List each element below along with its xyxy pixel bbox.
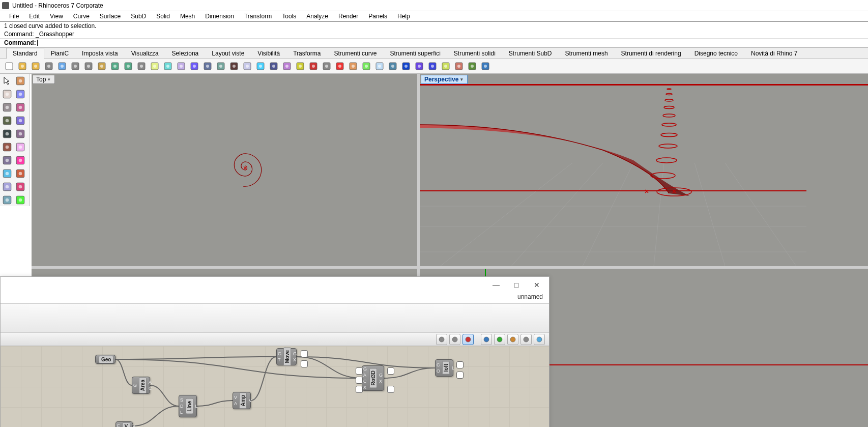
options-icon[interactable] [426,60,439,72]
boolean-tool-icon[interactable] [1,194,13,206]
lasso-tool-icon[interactable] [14,75,26,87]
set-view-icon[interactable] [228,60,240,72]
gh-node-move[interactable]: GTMoveGX [276,348,297,365]
undo-icon[interactable] [109,60,121,72]
gh-preview-shaded-button[interactable] [494,334,505,345]
zoom-window-icon[interactable] [162,60,174,72]
help-icon[interactable] [479,60,491,72]
gh-sketch-button[interactable] [436,334,447,345]
arc-tool-icon[interactable] [1,128,13,140]
toolbar-tab-15[interactable]: Novità di Rhino 7 [744,48,804,59]
zoom-dynamic-icon[interactable] [175,60,187,72]
viewport-top[interactable]: Top ▾ [32,74,417,266]
gh-port-bubble[interactable] [356,377,363,384]
shade-1-icon[interactable] [360,60,372,72]
rotate-view-icon[interactable] [215,60,227,72]
toolbar-tab-0[interactable]: Standard [6,48,44,59]
toolbar-tab-5[interactable]: Layout viste [205,48,251,59]
pointer-tool-icon[interactable] [1,75,13,87]
viewport-label-top[interactable]: Top ▾ [33,75,55,84]
gh-preview-off-button[interactable] [462,334,474,345]
toolbar-tab-2[interactable]: Imposta vista [75,48,125,59]
zoom-extents-icon[interactable] [149,60,161,72]
grasshopper-titlebar[interactable]: — □ ✕ [1,277,549,293]
rectangle-tool-icon[interactable] [14,128,26,140]
zoom-selected-icon[interactable] [188,60,200,72]
gh-node-amp[interactable]: VAAmpV [233,392,251,409]
close-button[interactable]: ✕ [527,278,547,292]
chevron-down-icon[interactable]: ▾ [48,77,50,82]
toolbar-tab-4[interactable]: Seleziona [165,48,206,59]
menu-mesh[interactable]: Mesh [175,12,200,21]
menu-analyze[interactable]: Analyze [301,12,333,21]
toolbar-tab-6[interactable]: Visibilità [251,48,286,59]
toolbar-tab-12[interactable]: Strumenti mesh [559,48,615,59]
viewport-perspective[interactable]: Perspective ▾ [420,74,868,266]
toolbar-tab-13[interactable]: Strumenti di rendering [615,48,688,59]
gh-node-v[interactable]: FVV [115,421,133,427]
curve2-tool-icon[interactable] [14,141,26,153]
menu-render[interactable]: Render [333,12,363,21]
gh-port-bubble[interactable] [356,367,363,375]
revolve-tool-icon[interactable] [1,181,13,193]
redo-icon[interactable] [122,60,134,72]
gh-port-bubble[interactable] [456,361,464,368]
shade-3-icon[interactable] [387,60,399,72]
gh-node-rot3d[interactable]: GACXRot3DGX [362,365,384,391]
toolbar-tab-10[interactable]: Strumenti solidi [447,48,502,59]
new-icon[interactable] [3,60,15,72]
toolbar-tab-7[interactable]: Trasforma [286,48,327,59]
toolbar-tab-8[interactable]: Strumenti curve [327,48,383,59]
gh-cluster-button[interactable] [520,334,532,345]
explode-tool-icon[interactable] [14,194,26,206]
ellipse-tool-icon[interactable] [14,115,26,127]
line-tool-icon[interactable] [1,101,13,113]
zoom-previous-icon[interactable] [201,60,214,72]
export-icon[interactable] [56,60,68,72]
car-icon[interactable] [254,60,267,72]
flag-icon[interactable] [413,60,425,72]
lightbulb-icon[interactable] [294,60,306,72]
toolbar-tab-11[interactable]: Strumenti SubD [502,48,559,59]
minimize-button[interactable]: — [486,278,506,292]
gh-disable-button[interactable] [449,334,460,345]
box-tool-icon[interactable] [1,167,13,180]
gh-node-line[interactable]: SDLLineL [179,395,197,417]
copy-icon[interactable] [82,60,95,72]
gh-port-bubble[interactable] [387,367,394,375]
grasshopper-window[interactable]: — □ ✕ unnamed GeoGAreaACFVVSDLLineLiesVA… [0,276,549,427]
lock-icon[interactable] [307,60,320,72]
sweep-tool-icon[interactable] [14,181,26,193]
menu-panels[interactable]: Panels [363,12,392,21]
gh-port-bubble[interactable] [356,386,363,393]
points-tool-icon[interactable] [14,88,26,100]
osnap-icon[interactable] [453,60,465,72]
gh-port-bubble[interactable] [301,360,308,367]
gh-group-button[interactable] [534,334,545,345]
gh-node-geo[interactable]: Geo [95,355,115,364]
grasshopper-icon[interactable] [466,60,478,72]
circle-tool-icon[interactable] [1,115,13,127]
menu-tools[interactable]: Tools [277,12,301,21]
material-icon[interactable] [347,60,359,72]
shade-2-icon[interactable] [373,60,386,72]
gh-preview-selected-button[interactable] [507,334,518,345]
point-tool-icon[interactable] [1,88,13,100]
gh-port-bubble[interactable] [301,350,308,357]
menu-solid[interactable]: Solid [151,12,175,21]
menu-file[interactable]: File [4,12,24,21]
paste-icon[interactable] [96,60,108,72]
toolbar-tab-1[interactable]: PianiC [44,48,75,59]
gh-port-bubble[interactable] [456,372,464,379]
menu-dimension[interactable]: Dimension [200,12,239,21]
menu-view[interactable]: View [45,12,68,21]
snap-icon[interactable] [440,60,452,72]
grasshopper-canvas[interactable]: GeoGAreaACFVVSDLLineLiesVAAmpVGTMoveGXGA… [1,346,549,427]
toolbar-tab-3[interactable]: Visualizza [125,48,165,59]
save-icon[interactable] [30,60,42,72]
cplane-icon[interactable] [241,60,253,72]
gh-node-area[interactable]: GAreaAC [132,377,150,394]
curve-tool-icon[interactable] [1,141,13,153]
toolbar-tab-9[interactable]: Strumenti superfici [383,48,447,59]
gh-port-bubble[interactable] [387,386,394,393]
